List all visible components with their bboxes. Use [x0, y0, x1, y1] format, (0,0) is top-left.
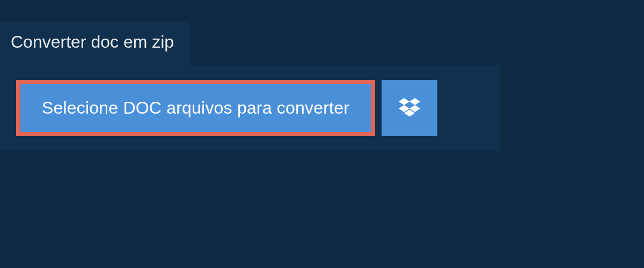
dropbox-button[interactable]: [382, 80, 437, 136]
dropbox-icon: [399, 98, 420, 118]
page-title-tab: Converter doc em zip: [0, 21, 190, 65]
button-row: Selecione DOC arquivos para converter: [16, 80, 484, 136]
select-files-label: Selecione DOC arquivos para converter: [42, 98, 349, 118]
select-files-button[interactable]: Selecione DOC arquivos para converter: [16, 80, 375, 136]
upload-panel: Selecione DOC arquivos para converter: [0, 65, 500, 151]
page-title: Converter doc em zip: [11, 32, 174, 51]
